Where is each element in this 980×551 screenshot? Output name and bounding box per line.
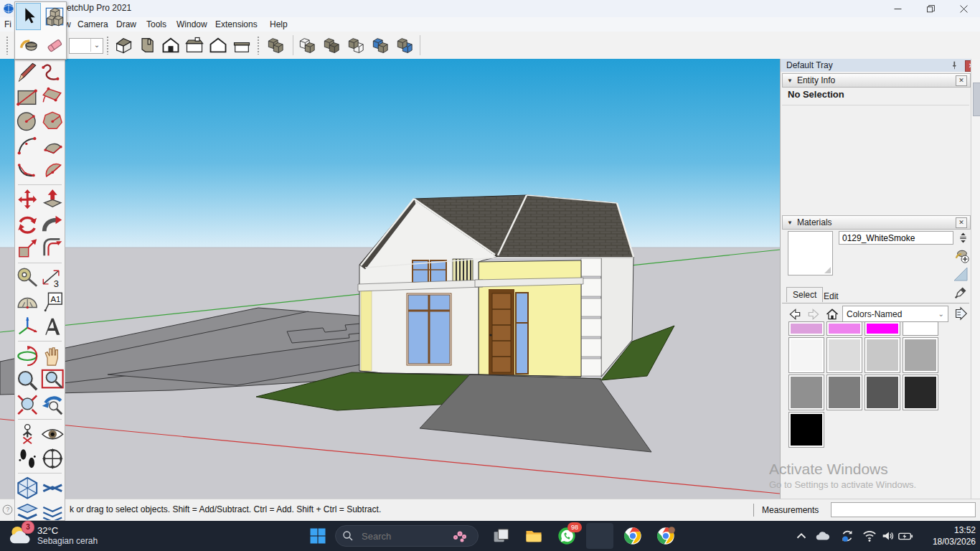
view-right-button[interactable] (183, 34, 206, 57)
menu-window[interactable]: Window (174, 19, 210, 30)
restore-button[interactable] (914, 0, 947, 17)
3d-text-tool-button[interactable] (40, 314, 65, 339)
material-swatch[interactable] (903, 375, 938, 410)
style-combo[interactable]: ⌄ (69, 38, 103, 54)
dimension-tool-button[interactable]: 3 (40, 265, 65, 291)
view-front-button[interactable] (159, 34, 182, 57)
walk-tool-button[interactable] (15, 446, 40, 471)
view-iso-button[interactable] (112, 34, 135, 57)
pan-tool-button[interactable] (40, 344, 65, 369)
material-swatch[interactable] (903, 321, 938, 336)
view-top-button[interactable] (230, 34, 253, 57)
trim-button[interactable] (370, 34, 393, 57)
protractor-tool-button[interactable] (15, 290, 40, 315)
start-button[interactable] (308, 526, 328, 546)
subtract-button[interactable] (346, 34, 369, 57)
tape-measure-tool-button[interactable] (15, 265, 40, 291)
material-swatch[interactable] (864, 321, 900, 336)
two-point-arc-tool-button[interactable] (40, 133, 65, 159)
circle-tool-button[interactable] (15, 109, 40, 134)
section-display-tool-button[interactable] (15, 500, 40, 521)
file-explorer-taskbar-button[interactable] (524, 526, 544, 546)
eraser-tool-button[interactable] (42, 31, 67, 58)
look-around-tool-button[interactable] (40, 422, 65, 447)
material-swatch[interactable] (788, 337, 824, 373)
minimize-button[interactable] (881, 0, 914, 17)
material-swatch[interactable] (788, 321, 824, 336)
rotate-tool-button[interactable] (15, 212, 40, 237)
view-back-box-button[interactable] (136, 34, 159, 57)
paint-bucket-tool-button[interactable] (16, 31, 41, 58)
toolbar-grip[interactable] (6, 36, 9, 55)
measurements-input[interactable] (831, 502, 976, 517)
task-view-taskbar-button[interactable] (491, 526, 511, 546)
search-bar[interactable] (335, 525, 479, 547)
polygon-tool-button[interactable] (40, 109, 65, 134)
onedrive-icon[interactable] (814, 528, 830, 544)
menu-help[interactable]: Help (267, 19, 291, 30)
sync-icon[interactable] (839, 528, 855, 544)
material-swatch[interactable] (788, 412, 824, 448)
help-icon[interactable]: ? (1, 504, 14, 516)
follow-me-tool-button[interactable] (40, 212, 65, 237)
search-input[interactable] (360, 530, 442, 542)
turn-tool-button[interactable] (40, 446, 65, 471)
menu-tools[interactable]: Tools (143, 19, 169, 30)
menu-draw[interactable]: Draw (113, 19, 139, 30)
push-pull-tool-button[interactable] (40, 187, 65, 212)
close-button[interactable] (947, 0, 980, 17)
zoom-tool-button[interactable] (15, 368, 40, 393)
scrollbar-thumb[interactable] (973, 83, 980, 116)
line-tool-button[interactable] (15, 60, 40, 85)
chrome-profile-taskbar-button[interactable] (656, 526, 676, 546)
position-camera-tool-button[interactable] (15, 422, 40, 447)
pie-tool-button[interactable] (40, 158, 65, 183)
section-cut-tool-button[interactable] (40, 500, 65, 521)
clock[interactable]: 13:52 18/03/2026 (933, 524, 976, 547)
intersect-button[interactable] (297, 34, 320, 57)
zoom-previous-tool-button[interactable] (40, 392, 65, 418)
freehand-tool-button[interactable] (40, 60, 65, 85)
material-swatch[interactable] (903, 337, 938, 373)
volume-icon[interactable] (880, 528, 896, 544)
split-button[interactable] (395, 34, 418, 57)
three-point-arc-tool-button[interactable] (15, 158, 40, 183)
zoom-extents-tool-button[interactable] (15, 392, 40, 418)
section-fill-tool-button[interactable] (40, 476, 65, 501)
weather-widget[interactable]: 3 32°C Sebagian cerah (7, 523, 98, 547)
view-outline-button[interactable] (207, 34, 230, 57)
material-swatch[interactable] (826, 375, 862, 410)
section-plane-tool-button[interactable] (15, 476, 40, 501)
chevron-up-icon[interactable] (793, 528, 809, 544)
battery-icon[interactable] (897, 528, 913, 544)
scale-tool-button[interactable] (15, 236, 40, 261)
orbit-tool-button[interactable] (15, 344, 40, 369)
whatsapp-taskbar-button[interactable]: 98 (557, 526, 577, 546)
chrome-taskbar-button[interactable] (623, 526, 643, 546)
menu-camera[interactable]: Camera (75, 19, 111, 30)
rectangle-tool-button[interactable] (15, 85, 40, 110)
tray-scrollbar[interactable] (971, 59, 980, 499)
material-swatch[interactable] (864, 337, 900, 373)
outer-shell-button[interactable] (265, 34, 288, 57)
union-button[interactable] (321, 34, 344, 57)
rotated-rectangle-tool-button[interactable] (40, 85, 65, 110)
material-swatch[interactable] (826, 337, 862, 373)
text-tool-button[interactable]: A1 (40, 290, 65, 315)
toolbar-grip[interactable] (257, 36, 260, 55)
wifi-icon[interactable] (862, 528, 877, 544)
axes-tool-button[interactable] (15, 314, 40, 339)
zoom-window-tool-button[interactable] (40, 368, 65, 393)
material-swatch[interactable] (826, 321, 862, 336)
select-tool-button[interactable] (16, 3, 41, 30)
menu-extensions[interactable]: Extensions (212, 19, 260, 30)
viewport[interactable] (0, 59, 780, 499)
sketchup-app-taskbar-button[interactable] (590, 526, 610, 546)
arc-tool-button[interactable] (15, 133, 40, 159)
offset-tool-button[interactable] (40, 236, 65, 261)
menu-file[interactable]: Fi (1, 19, 14, 30)
component-tool-button[interactable] (42, 3, 67, 30)
toolbar-grip[interactable] (106, 36, 109, 55)
move-tool-button[interactable] (15, 187, 40, 212)
material-swatch[interactable] (788, 375, 824, 410)
